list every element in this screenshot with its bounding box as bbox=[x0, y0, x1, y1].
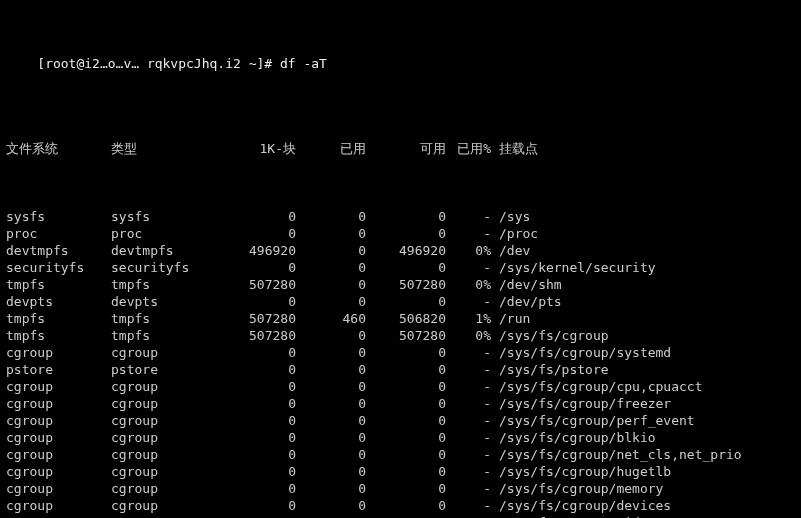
cell-type: pstore bbox=[111, 361, 216, 378]
cell-used: 460 bbox=[296, 310, 366, 327]
cell-used: 0 bbox=[296, 208, 366, 225]
cell-avail: 0 bbox=[366, 395, 446, 412]
cell-used: 0 bbox=[296, 429, 366, 446]
table-row: securityfssecurityfs000-/sys/kernel/secu… bbox=[6, 259, 795, 276]
cell-type: cgroup bbox=[111, 480, 216, 497]
cell-avail: 0 bbox=[366, 412, 446, 429]
cell-filesystem: cgroup bbox=[6, 412, 111, 429]
terminal[interactable]: [root@i2…o…v… rqkvpcJhq.i2 ~]# df -aT 文件… bbox=[0, 0, 801, 518]
cell-filesystem: cgroup bbox=[6, 446, 111, 463]
table-row: cgroupcgroup000-/sys/fs/cgroup/pids bbox=[6, 514, 795, 518]
cell-1k-blocks: 0 bbox=[216, 446, 296, 463]
cell-used: 0 bbox=[296, 412, 366, 429]
cell-1k-blocks: 0 bbox=[216, 395, 296, 412]
table-row: cgroupcgroup000-/sys/fs/cgroup/perf_even… bbox=[6, 412, 795, 429]
cell-type: cgroup bbox=[111, 412, 216, 429]
cell-1k-blocks: 0 bbox=[216, 378, 296, 395]
cell-use-pct: 0% bbox=[446, 327, 491, 344]
cell-filesystem: sysfs bbox=[6, 208, 111, 225]
cell-mount: /sys/fs/cgroup/cpu,cpuacct bbox=[491, 378, 703, 395]
cell-1k-blocks: 507280 bbox=[216, 276, 296, 293]
table-row: tmpfstmpfs5072804605068201%/run bbox=[6, 310, 795, 327]
cell-mount: /sys/fs/cgroup/blkio bbox=[491, 429, 656, 446]
cell-mount: /sys/fs/pstore bbox=[491, 361, 609, 378]
cell-mount: /sys/fs/cgroup/systemd bbox=[491, 344, 671, 361]
cell-1k-blocks: 0 bbox=[216, 497, 296, 514]
cell-used: 0 bbox=[296, 395, 366, 412]
hdr-mount: 挂载点 bbox=[491, 140, 538, 157]
cell-mount: /sys/fs/cgroup/devices bbox=[491, 497, 671, 514]
cell-avail: 0 bbox=[366, 208, 446, 225]
cell-avail: 0 bbox=[366, 446, 446, 463]
cell-filesystem: cgroup bbox=[6, 480, 111, 497]
cell-filesystem: securityfs bbox=[6, 259, 111, 276]
cell-used: 0 bbox=[296, 293, 366, 310]
cell-1k-blocks: 0 bbox=[216, 225, 296, 242]
cell-type: cgroup bbox=[111, 497, 216, 514]
cell-use-pct: - bbox=[446, 497, 491, 514]
cell-filesystem: cgroup bbox=[6, 463, 111, 480]
cell-avail: 0 bbox=[366, 361, 446, 378]
cell-1k-blocks: 507280 bbox=[216, 327, 296, 344]
hdr-type: 类型 bbox=[111, 140, 216, 157]
cell-type: securityfs bbox=[111, 259, 216, 276]
cell-type: cgroup bbox=[111, 446, 216, 463]
prompt-command: df -aT bbox=[280, 56, 327, 71]
cell-type: cgroup bbox=[111, 463, 216, 480]
cell-use-pct: - bbox=[446, 378, 491, 395]
cell-use-pct: - bbox=[446, 463, 491, 480]
cell-1k-blocks: 0 bbox=[216, 208, 296, 225]
cell-use-pct: - bbox=[446, 225, 491, 242]
table-row: procproc000-/proc bbox=[6, 225, 795, 242]
cell-filesystem: devpts bbox=[6, 293, 111, 310]
cell-avail: 507280 bbox=[366, 276, 446, 293]
cell-used: 0 bbox=[296, 259, 366, 276]
cell-mount: /sys/fs/cgroup/net_cls,net_prio bbox=[491, 446, 742, 463]
table-row: tmpfstmpfs50728005072800%/dev/shm bbox=[6, 276, 795, 293]
cell-filesystem: cgroup bbox=[6, 429, 111, 446]
cell-used: 0 bbox=[296, 361, 366, 378]
table-row: cgroupcgroup000-/sys/fs/cgroup/devices bbox=[6, 497, 795, 514]
cell-used: 0 bbox=[296, 242, 366, 259]
table-row: devptsdevpts000-/dev/pts bbox=[6, 293, 795, 310]
table-row: pstorepstore000-/sys/fs/pstore bbox=[6, 361, 795, 378]
cell-used: 0 bbox=[296, 327, 366, 344]
cell-used: 0 bbox=[296, 446, 366, 463]
cell-1k-blocks: 0 bbox=[216, 463, 296, 480]
cell-type: tmpfs bbox=[111, 276, 216, 293]
cell-1k-blocks: 496920 bbox=[216, 242, 296, 259]
cell-mount: /run bbox=[491, 310, 530, 327]
cell-mount: /sys/fs/cgroup/perf_event bbox=[491, 412, 695, 429]
cell-mount: /sys/fs/cgroup/pids bbox=[491, 514, 648, 518]
table-row: cgroupcgroup000-/sys/fs/cgroup/memory bbox=[6, 480, 795, 497]
cell-avail: 496920 bbox=[366, 242, 446, 259]
cell-type: devpts bbox=[111, 293, 216, 310]
cell-mount: /sys bbox=[491, 208, 530, 225]
cell-used: 0 bbox=[296, 463, 366, 480]
cell-1k-blocks: 0 bbox=[216, 412, 296, 429]
cell-use-pct: - bbox=[446, 429, 491, 446]
cell-used: 0 bbox=[296, 497, 366, 514]
cell-type: cgroup bbox=[111, 378, 216, 395]
table-row: cgroupcgroup000-/sys/fs/cgroup/net_cls,n… bbox=[6, 446, 795, 463]
cell-type: tmpfs bbox=[111, 327, 216, 344]
table-row: cgroupcgroup000-/sys/fs/cgroup/systemd bbox=[6, 344, 795, 361]
cell-1k-blocks: 0 bbox=[216, 429, 296, 446]
cell-avail: 506820 bbox=[366, 310, 446, 327]
cell-used: 0 bbox=[296, 276, 366, 293]
cell-use-pct: 1% bbox=[446, 310, 491, 327]
cell-use-pct: - bbox=[446, 361, 491, 378]
cell-used: 0 bbox=[296, 344, 366, 361]
cell-type: proc bbox=[111, 225, 216, 242]
cell-use-pct: - bbox=[446, 395, 491, 412]
cell-mount: /sys/fs/cgroup/hugetlb bbox=[491, 463, 671, 480]
cell-used: 0 bbox=[296, 514, 366, 518]
cell-filesystem: tmpfs bbox=[6, 276, 111, 293]
cell-avail: 0 bbox=[366, 259, 446, 276]
table-row: cgroupcgroup000-/sys/fs/cgroup/hugetlb bbox=[6, 463, 795, 480]
cell-mount: /dev/pts bbox=[491, 293, 562, 310]
table-row: cgroupcgroup000-/sys/fs/cgroup/blkio bbox=[6, 429, 795, 446]
cell-avail: 0 bbox=[366, 378, 446, 395]
cell-use-pct: - bbox=[446, 446, 491, 463]
cell-use-pct: 0% bbox=[446, 276, 491, 293]
